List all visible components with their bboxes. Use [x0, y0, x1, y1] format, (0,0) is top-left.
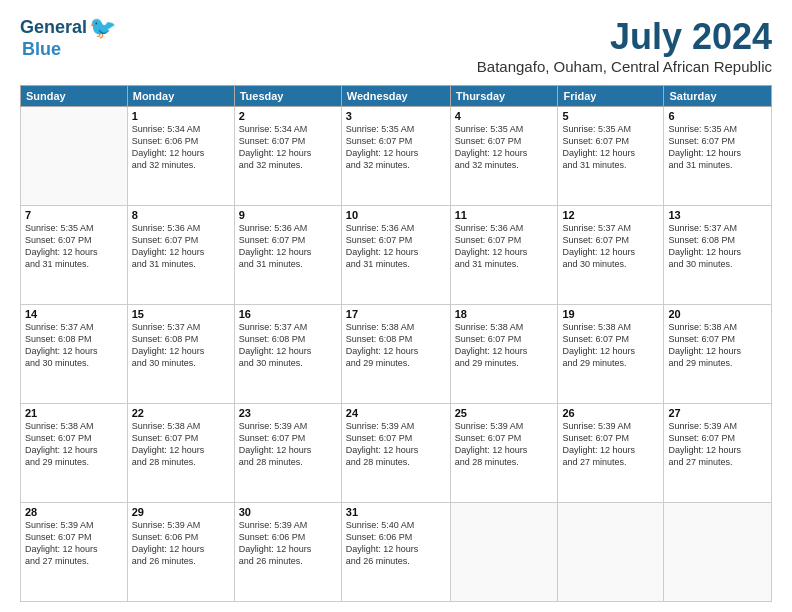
day-cell: 8Sunrise: 5:36 AM Sunset: 6:07 PM Daylig… [127, 206, 234, 305]
day-cell: 25Sunrise: 5:39 AM Sunset: 6:07 PM Dayli… [450, 404, 558, 503]
day-cell [450, 503, 558, 602]
day-number: 31 [346, 506, 446, 518]
day-info: Sunrise: 5:36 AM Sunset: 6:07 PM Dayligh… [132, 222, 230, 271]
day-info: Sunrise: 5:37 AM Sunset: 6:08 PM Dayligh… [25, 321, 123, 370]
col-tuesday: Tuesday [234, 86, 341, 107]
day-cell: 17Sunrise: 5:38 AM Sunset: 6:08 PM Dayli… [341, 305, 450, 404]
day-info: Sunrise: 5:34 AM Sunset: 6:07 PM Dayligh… [239, 123, 337, 172]
day-number: 14 [25, 308, 123, 320]
day-number: 5 [562, 110, 659, 122]
calendar-table: Sunday Monday Tuesday Wednesday Thursday… [20, 85, 772, 602]
week-row-2: 7Sunrise: 5:35 AM Sunset: 6:07 PM Daylig… [21, 206, 772, 305]
day-number: 11 [455, 209, 554, 221]
day-info: Sunrise: 5:35 AM Sunset: 6:07 PM Dayligh… [25, 222, 123, 271]
col-friday: Friday [558, 86, 664, 107]
day-cell: 28Sunrise: 5:39 AM Sunset: 6:07 PM Dayli… [21, 503, 128, 602]
day-number: 2 [239, 110, 337, 122]
day-number: 22 [132, 407, 230, 419]
day-number: 12 [562, 209, 659, 221]
day-info: Sunrise: 5:38 AM Sunset: 6:08 PM Dayligh… [346, 321, 446, 370]
day-number: 9 [239, 209, 337, 221]
day-number: 29 [132, 506, 230, 518]
day-info: Sunrise: 5:39 AM Sunset: 6:07 PM Dayligh… [668, 420, 767, 469]
location-subtitle: Batangafo, Ouham, Central African Republ… [477, 58, 772, 75]
day-number: 8 [132, 209, 230, 221]
day-number: 23 [239, 407, 337, 419]
calendar-header-row: Sunday Monday Tuesday Wednesday Thursday… [21, 86, 772, 107]
day-number: 20 [668, 308, 767, 320]
day-info: Sunrise: 5:39 AM Sunset: 6:07 PM Dayligh… [455, 420, 554, 469]
day-number: 19 [562, 308, 659, 320]
title-block: July 2024 Batangafo, Ouham, Central Afri… [477, 16, 772, 75]
day-cell: 26Sunrise: 5:39 AM Sunset: 6:07 PM Dayli… [558, 404, 664, 503]
day-cell: 10Sunrise: 5:36 AM Sunset: 6:07 PM Dayli… [341, 206, 450, 305]
day-info: Sunrise: 5:35 AM Sunset: 6:07 PM Dayligh… [346, 123, 446, 172]
day-cell: 16Sunrise: 5:37 AM Sunset: 6:08 PM Dayli… [234, 305, 341, 404]
col-saturday: Saturday [664, 86, 772, 107]
logo-general: General [20, 18, 87, 38]
day-cell: 5Sunrise: 5:35 AM Sunset: 6:07 PM Daylig… [558, 107, 664, 206]
day-cell: 19Sunrise: 5:38 AM Sunset: 6:07 PM Dayli… [558, 305, 664, 404]
day-info: Sunrise: 5:36 AM Sunset: 6:07 PM Dayligh… [455, 222, 554, 271]
week-row-5: 28Sunrise: 5:39 AM Sunset: 6:07 PM Dayli… [21, 503, 772, 602]
day-number: 4 [455, 110, 554, 122]
day-number: 13 [668, 209, 767, 221]
day-info: Sunrise: 5:38 AM Sunset: 6:07 PM Dayligh… [562, 321, 659, 370]
day-number: 21 [25, 407, 123, 419]
day-cell: 12Sunrise: 5:37 AM Sunset: 6:07 PM Dayli… [558, 206, 664, 305]
day-info: Sunrise: 5:39 AM Sunset: 6:07 PM Dayligh… [346, 420, 446, 469]
day-cell: 1Sunrise: 5:34 AM Sunset: 6:06 PM Daylig… [127, 107, 234, 206]
week-row-1: 1Sunrise: 5:34 AM Sunset: 6:06 PM Daylig… [21, 107, 772, 206]
logo-blue: Blue [22, 40, 116, 60]
day-cell: 3Sunrise: 5:35 AM Sunset: 6:07 PM Daylig… [341, 107, 450, 206]
day-info: Sunrise: 5:39 AM Sunset: 6:07 PM Dayligh… [239, 420, 337, 469]
day-info: Sunrise: 5:38 AM Sunset: 6:07 PM Dayligh… [455, 321, 554, 370]
day-number: 16 [239, 308, 337, 320]
day-cell: 14Sunrise: 5:37 AM Sunset: 6:08 PM Dayli… [21, 305, 128, 404]
day-cell: 31Sunrise: 5:40 AM Sunset: 6:06 PM Dayli… [341, 503, 450, 602]
day-info: Sunrise: 5:36 AM Sunset: 6:07 PM Dayligh… [346, 222, 446, 271]
day-cell [21, 107, 128, 206]
logo: General 🐦 Blue [20, 16, 116, 60]
day-cell: 30Sunrise: 5:39 AM Sunset: 6:06 PM Dayli… [234, 503, 341, 602]
day-number: 15 [132, 308, 230, 320]
day-info: Sunrise: 5:39 AM Sunset: 6:07 PM Dayligh… [562, 420, 659, 469]
day-number: 7 [25, 209, 123, 221]
day-cell: 20Sunrise: 5:38 AM Sunset: 6:07 PM Dayli… [664, 305, 772, 404]
week-row-3: 14Sunrise: 5:37 AM Sunset: 6:08 PM Dayli… [21, 305, 772, 404]
day-info: Sunrise: 5:38 AM Sunset: 6:07 PM Dayligh… [668, 321, 767, 370]
col-thursday: Thursday [450, 86, 558, 107]
day-info: Sunrise: 5:38 AM Sunset: 6:07 PM Dayligh… [132, 420, 230, 469]
day-cell: 4Sunrise: 5:35 AM Sunset: 6:07 PM Daylig… [450, 107, 558, 206]
day-cell: 18Sunrise: 5:38 AM Sunset: 6:07 PM Dayli… [450, 305, 558, 404]
day-cell: 2Sunrise: 5:34 AM Sunset: 6:07 PM Daylig… [234, 107, 341, 206]
day-number: 18 [455, 308, 554, 320]
day-info: Sunrise: 5:35 AM Sunset: 6:07 PM Dayligh… [562, 123, 659, 172]
page: General 🐦 Blue July 2024 Batangafo, Ouha… [0, 0, 792, 612]
day-info: Sunrise: 5:34 AM Sunset: 6:06 PM Dayligh… [132, 123, 230, 172]
logo-bird-icon: 🐦 [89, 16, 116, 40]
day-info: Sunrise: 5:35 AM Sunset: 6:07 PM Dayligh… [668, 123, 767, 172]
day-number: 25 [455, 407, 554, 419]
day-info: Sunrise: 5:40 AM Sunset: 6:06 PM Dayligh… [346, 519, 446, 568]
day-number: 3 [346, 110, 446, 122]
day-cell: 29Sunrise: 5:39 AM Sunset: 6:06 PM Dayli… [127, 503, 234, 602]
day-number: 24 [346, 407, 446, 419]
col-wednesday: Wednesday [341, 86, 450, 107]
day-info: Sunrise: 5:37 AM Sunset: 6:08 PM Dayligh… [132, 321, 230, 370]
day-number: 26 [562, 407, 659, 419]
week-row-4: 21Sunrise: 5:38 AM Sunset: 6:07 PM Dayli… [21, 404, 772, 503]
month-title: July 2024 [477, 16, 772, 58]
day-cell: 6Sunrise: 5:35 AM Sunset: 6:07 PM Daylig… [664, 107, 772, 206]
col-sunday: Sunday [21, 86, 128, 107]
day-number: 10 [346, 209, 446, 221]
day-info: Sunrise: 5:36 AM Sunset: 6:07 PM Dayligh… [239, 222, 337, 271]
day-cell: 13Sunrise: 5:37 AM Sunset: 6:08 PM Dayli… [664, 206, 772, 305]
day-number: 28 [25, 506, 123, 518]
day-info: Sunrise: 5:39 AM Sunset: 6:06 PM Dayligh… [239, 519, 337, 568]
day-info: Sunrise: 5:37 AM Sunset: 6:08 PM Dayligh… [239, 321, 337, 370]
day-cell: 23Sunrise: 5:39 AM Sunset: 6:07 PM Dayli… [234, 404, 341, 503]
day-number: 1 [132, 110, 230, 122]
day-info: Sunrise: 5:37 AM Sunset: 6:07 PM Dayligh… [562, 222, 659, 271]
col-monday: Monday [127, 86, 234, 107]
